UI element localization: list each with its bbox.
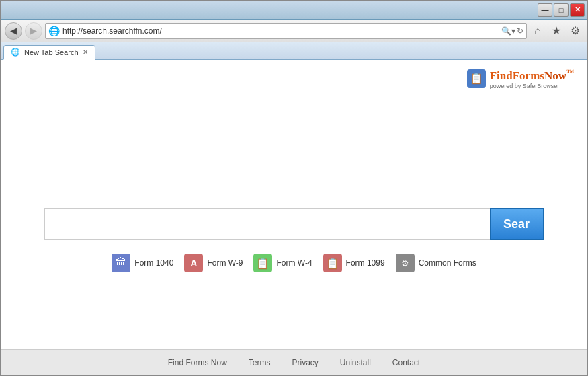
form-w9-label: Form W-9 xyxy=(207,258,243,268)
ie-favicon-icon: 🌐 xyxy=(48,26,60,36)
logo-trademark: ™ xyxy=(566,68,574,76)
tab-favicon-icon: 🌐 xyxy=(11,48,20,57)
logo-icon: 📋 xyxy=(467,69,486,88)
form-w4-label: Form W-4 xyxy=(276,258,312,268)
form-w9-icon: A xyxy=(184,254,203,272)
common-forms-label: Common Forms xyxy=(419,258,476,268)
maximize-button[interactable]: □ xyxy=(554,3,569,17)
form-1099-icon: 📋 xyxy=(323,254,342,272)
home-button[interactable]: ⌂ xyxy=(530,23,546,39)
form-1040-icon: 🏛 xyxy=(112,254,130,272)
search-area: Sear xyxy=(44,208,543,240)
address-icons: 🔍▾ ↻ xyxy=(501,26,523,36)
logo-sub-text: powered by SaferBrowser xyxy=(490,83,574,89)
tabbar: 🌐 New Tab Search ✕ xyxy=(1,42,587,60)
nav-right-buttons: ⌂ ★ ⚙ xyxy=(530,23,583,39)
tools-button[interactable]: ⚙ xyxy=(567,23,583,39)
close-button[interactable]: ✕ xyxy=(570,3,585,17)
titlebar-buttons: — □ ✕ xyxy=(538,3,585,17)
page-content: 📋 FindFormsNow™ powered by SaferBrowser … xyxy=(1,60,587,375)
address-input[interactable] xyxy=(62,26,499,36)
search-button[interactable]: Sear xyxy=(490,208,544,240)
quick-link-form-w4[interactable]: 📋 Form W-4 xyxy=(253,254,312,272)
tab-new-tab-search[interactable]: 🌐 New Tab Search ✕ xyxy=(3,45,95,60)
minimize-button[interactable]: — xyxy=(538,3,552,17)
logo-now-text: Now xyxy=(544,69,566,82)
quick-link-form-1040[interactable]: 🏛 Form 1040 xyxy=(112,254,173,272)
address-bar[interactable]: 🌐 🔍▾ ↻ xyxy=(45,23,527,39)
tab-label: New Tab Search xyxy=(24,48,79,57)
form-1040-label: Form 1040 xyxy=(134,258,173,268)
common-forms-icon: ⚙ xyxy=(396,254,415,272)
logo-text: FindFormsNow™ powered by SaferBrowser xyxy=(490,68,574,89)
logo-find-text: FindForms xyxy=(490,69,544,82)
quick-links: 🏛 Form 1040 A Form W-9 📋 Form W-4 📋 Form… xyxy=(112,254,476,272)
search-input[interactable] xyxy=(44,208,489,240)
refresh-icon[interactable]: ↻ xyxy=(517,26,523,36)
footer-terms[interactable]: Terms xyxy=(249,358,271,367)
quick-link-form-w9[interactable]: A Form W-9 xyxy=(184,254,243,272)
footer-contact[interactable]: Contact xyxy=(392,358,420,367)
search-dropdown-icon[interactable]: 🔍▾ xyxy=(501,26,515,36)
titlebar: — □ ✕ xyxy=(1,1,587,20)
footer-uninstall[interactable]: Uninstall xyxy=(340,358,371,367)
quick-link-common-forms[interactable]: ⚙ Common Forms xyxy=(396,254,476,272)
logo-main-text: FindFormsNow™ xyxy=(490,68,574,83)
quick-link-form-1099[interactable]: 📋 Form 1099 xyxy=(323,254,385,272)
browser-window: — □ ✕ ◀ ▶ 🌐 🔍▾ ↻ ⌂ ★ ⚙ 🌐 New Tab Search … xyxy=(0,0,588,376)
browser-content: 📋 FindFormsNow™ powered by SaferBrowser … xyxy=(1,60,587,375)
forward-button[interactable]: ▶ xyxy=(25,22,42,40)
back-button[interactable]: ◀ xyxy=(5,22,22,40)
page-footer: Find Forms Now Terms Privacy Uninstall C… xyxy=(1,349,587,375)
logo-area: 📋 FindFormsNow™ powered by SaferBrowser xyxy=(467,68,574,89)
footer-privacy[interactable]: Privacy xyxy=(292,358,318,367)
tab-close-button[interactable]: ✕ xyxy=(83,48,88,56)
form-1099-label: Form 1099 xyxy=(346,258,385,268)
favorites-button[interactable]: ★ xyxy=(548,23,564,39)
footer-find-forms-now[interactable]: Find Forms Now xyxy=(168,358,227,367)
navbar: ◀ ▶ 🌐 🔍▾ ↻ ⌂ ★ ⚙ xyxy=(1,20,587,42)
form-w4-icon: 📋 xyxy=(253,254,272,272)
